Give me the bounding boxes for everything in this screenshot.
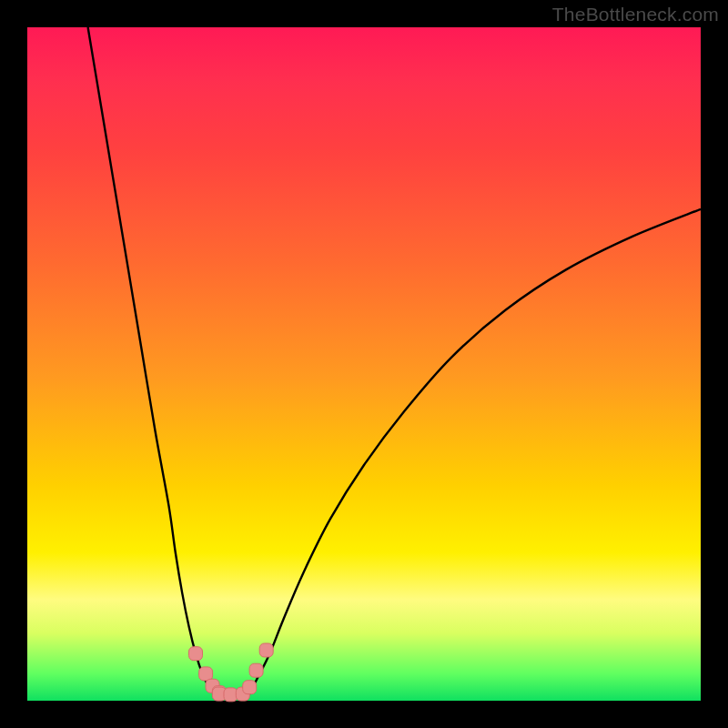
curve-left bbox=[88, 27, 217, 694]
watermark-text: TheBottleneck.com bbox=[552, 4, 719, 25]
curve-right-path bbox=[249, 209, 701, 694]
curve-left-path bbox=[88, 27, 217, 694]
data-marker bbox=[243, 681, 257, 694]
data-marker bbox=[224, 688, 238, 702]
data-marker bbox=[189, 647, 203, 661]
data-marker bbox=[199, 667, 213, 681]
marker-group bbox=[189, 643, 274, 702]
chart-svg bbox=[27, 27, 701, 701]
chart-frame: TheBottleneck.com bbox=[0, 0, 728, 728]
curve-right bbox=[249, 209, 701, 694]
data-marker bbox=[259, 643, 273, 657]
data-marker bbox=[249, 663, 263, 677]
